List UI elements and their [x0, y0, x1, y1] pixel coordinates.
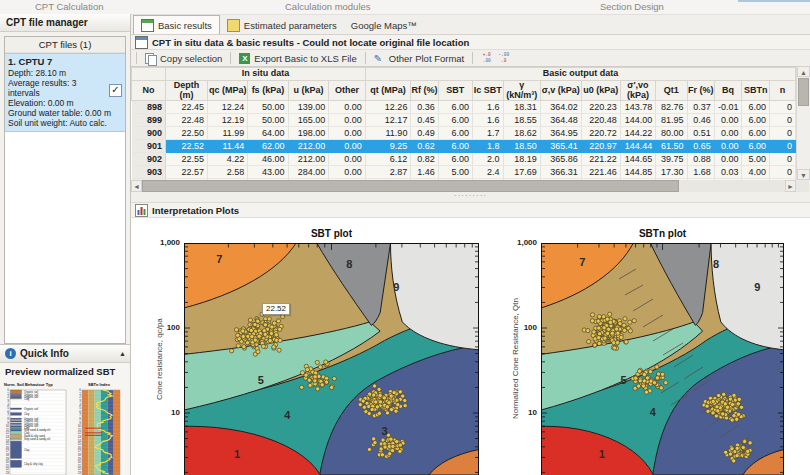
svg-text:Norm. Soil Behaviour Typ: Norm. Soil Behaviour Typ: [4, 382, 53, 387]
table-cell: 220.72: [581, 127, 620, 140]
average-results-checkbox[interactable]: ✓: [109, 84, 122, 97]
column-header[interactable]: σ',vo(kPa): [620, 81, 655, 101]
column-header[interactable]: qc (MPa): [208, 81, 248, 101]
table-cell: 18.19: [503, 153, 540, 166]
table-cell: 0.00: [329, 127, 366, 140]
table-cell: 0.03: [714, 166, 742, 179]
ribbon-tab-calculation-modules[interactable]: Calculation modules: [285, 0, 371, 14]
table-cell: 0.00: [714, 114, 742, 127]
svg-text:Clay: Clay: [24, 431, 30, 435]
scroll-down-icon[interactable]: ▼: [797, 169, 810, 180]
quick-info-header[interactable]: i Quick Info ▲: [0, 345, 130, 363]
table-cell: 364.95: [540, 127, 581, 140]
table-cell: 899: [132, 114, 166, 127]
cpt-file-item[interactable]: 1. CPTU 7 Depth: 28.10 m Average results…: [5, 53, 125, 132]
ribbon-tab-section-design[interactable]: Section Design: [600, 0, 664, 14]
sbtn-index-chart: SBTn Index012345678910111213141516171819…: [74, 381, 124, 475]
table-row[interactable]: 90222.554.2246.00212.000.006.120.826.002…: [132, 153, 796, 166]
table-cell: 6.00: [438, 127, 472, 140]
table-row[interactable]: 89822.4512.2450.00139.000.0012.260.366.0…: [132, 101, 796, 114]
export-xls-button[interactable]: X Export Basic to XLS File: [236, 53, 359, 64]
table-cell: 144.00: [620, 114, 655, 127]
table-cell: 903: [132, 166, 166, 179]
cpt-file-unit-weight: Soil unit weight: Auto calc.: [8, 118, 122, 128]
increase-decimal-icon[interactable]: +.0.00: [479, 51, 494, 65]
svg-text:SBTn Index: SBTn Index: [88, 382, 111, 387]
scroll-right-icon[interactable]: ►: [785, 180, 796, 192]
table-vertical-scrollbar[interactable]: ▲ ▼: [796, 66, 810, 180]
table-cell: 220.97: [581, 140, 620, 153]
results-table-container: In situ dataBasic output dataNoDepth(m)q…: [131, 66, 796, 181]
column-header[interactable]: Depth(m): [166, 81, 208, 101]
tab-google-maps[interactable]: Google Maps™: [344, 17, 424, 34]
table-cell: 143.78: [620, 101, 655, 114]
table-cell: 0.00: [329, 114, 366, 127]
decrease-decimal-icon[interactable]: -.00.0: [496, 51, 511, 65]
table-cell: 6.00: [438, 114, 472, 127]
sbt-plot-title: SBT plot: [184, 228, 479, 239]
column-header[interactable]: σ,v (kPa): [540, 81, 581, 101]
scroll-up-icon[interactable]: ▲: [797, 66, 810, 77]
column-group-header: Basic output data: [365, 68, 795, 81]
panel-splitter[interactable]: ·········: [131, 192, 810, 202]
sbt-plot[interactable]: 789543122.52: [184, 243, 479, 475]
zone-4-label: 4: [650, 406, 656, 418]
tab-estimated-parameters[interactable]: Estimated parameters: [220, 17, 344, 34]
ribbon-tab-cpt-calculation[interactable]: CPT Calculation: [35, 0, 103, 14]
vscroll-thumb[interactable]: [798, 78, 809, 106]
table-cell: 0: [770, 153, 796, 166]
other-plot-format-button[interactable]: ✎ Other Plot Format: [371, 53, 468, 64]
other-plot-format-label: Other Plot Format: [389, 53, 465, 64]
collapse-arrow-icon[interactable]: ▲: [119, 345, 126, 362]
zone-9-label: 9: [393, 281, 399, 293]
data-points-layer: [184, 243, 479, 475]
column-header[interactable]: u (kPa): [288, 81, 329, 101]
table-cell: 11.99: [208, 127, 248, 140]
table-cell: 4.22: [208, 153, 248, 166]
info-icon: i: [5, 348, 16, 359]
tab-basic-results[interactable]: Basic results: [133, 15, 220, 34]
table-row[interactable]: 90022.5011.9964.00198.000.0011.900.496.0…: [132, 127, 796, 140]
column-header[interactable]: Fr (%): [687, 81, 714, 101]
table-cell: 220.48: [581, 114, 620, 127]
column-header[interactable]: Rf (%): [411, 81, 438, 101]
table-cell: 17.69: [503, 166, 540, 179]
column-header[interactable]: γ (kN/m³): [503, 81, 540, 101]
results-table: In situ dataBasic output dataNoDepth(m)q…: [131, 67, 796, 181]
hscroll-thumb[interactable]: [142, 180, 679, 192]
table-icon: [135, 36, 148, 49]
scroll-left-icon[interactable]: ◄: [131, 180, 142, 192]
column-header[interactable]: qt (MPa): [365, 81, 411, 101]
table-cell: 0: [770, 114, 796, 127]
quick-info-panel: i Quick Info ▲ Preview normalized SBT No…: [0, 344, 130, 475]
table-cell: 0.45: [411, 114, 438, 127]
table-row[interactable]: 90122.5211.4462.00212.000.009.250.626.00…: [132, 140, 796, 153]
table-cell: 0.46: [687, 114, 714, 127]
copy-selection-button[interactable]: Copy selection: [142, 53, 225, 64]
table-cell: 0.51: [687, 127, 714, 140]
svg-text:Organic soil: Organic soil: [24, 407, 39, 411]
table-cell: 0: [770, 166, 796, 179]
column-header[interactable]: Qt1: [656, 81, 687, 101]
table-row[interactable]: 89922.4812.1950.00165.000.0012.170.456.0…: [132, 114, 796, 127]
table-row[interactable]: 90322.572.5843.00284.000.002.871.465.002…: [132, 166, 796, 179]
table-cell: 0.49: [411, 127, 438, 140]
column-header[interactable]: Other: [329, 81, 366, 101]
sbt-ytick-1000: 1,000: [146, 238, 180, 247]
column-header[interactable]: SBT: [438, 81, 472, 101]
zone-5-label: 5: [258, 374, 264, 386]
column-header[interactable]: SBTn: [742, 81, 770, 101]
column-header[interactable]: fs (kPa): [248, 81, 288, 101]
column-header[interactable]: Ic SBT: [473, 81, 504, 101]
table-cell: 365.41: [540, 140, 581, 153]
column-header[interactable]: u0 (kPa): [581, 81, 620, 101]
table-cell: 2.4: [473, 166, 504, 179]
column-header[interactable]: No: [132, 81, 166, 101]
sbtn-plot[interactable]: 789541: [541, 243, 784, 475]
table-cell: 6.00: [438, 140, 472, 153]
table-cell: 198.00: [288, 127, 329, 140]
cpt-file-gwt: Ground water table: 0.00 m: [8, 108, 122, 118]
table-cell: 2.87: [365, 166, 411, 179]
column-header[interactable]: n: [770, 81, 796, 101]
column-header[interactable]: Bq: [714, 81, 742, 101]
